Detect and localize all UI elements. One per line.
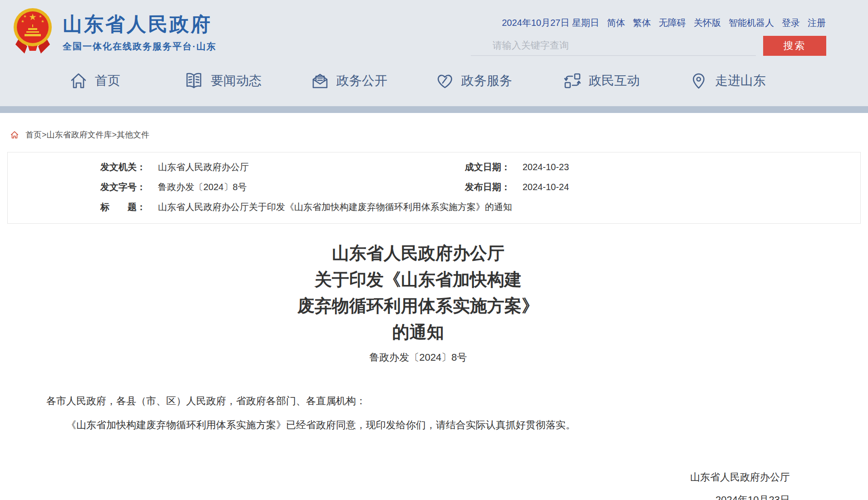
link-login[interactable]: 登录 [782, 17, 800, 29]
interaction-icon [562, 71, 582, 91]
home-icon [69, 71, 89, 91]
breadcrumb: 首页>山东省政府文件库>其他文件 [10, 129, 868, 140]
document-paragraph: 各市人民政府，各县（市、区）人民政府，省政府各部门、各直属机构： [46, 393, 790, 408]
site-title: 山东省人民政府 [63, 14, 217, 35]
nav-item-label: 政民互动 [589, 72, 640, 89]
service-icon [435, 71, 455, 91]
header-divider-strip [0, 106, 868, 113]
document-meta-box: 发文机关：山东省人民政府办公厅 成文日期：2024-10-23 发文字号：鲁政办… [7, 152, 861, 224]
map-pin-icon [689, 71, 709, 91]
link-smart-robot[interactable]: 智能机器人 [729, 17, 774, 29]
search-input[interactable] [471, 35, 756, 55]
search-field-wrap [471, 35, 756, 56]
document-title-line: 山东省人民政府办公厅 [46, 240, 790, 266]
nav-item-label: 走进山东 [715, 72, 766, 89]
national-emblem-logo [11, 5, 54, 56]
publish-date-label: 发布日期： [465, 177, 523, 197]
main-nav: 首页 要闻动态 政务公开 政务服务 [0, 58, 868, 106]
nav-item-service[interactable]: 政务服务 [435, 71, 512, 91]
meta-row-title: 标 题：山东省人民政府办公厅关于印发《山东省加快构建废弃物循环利用体系实施方案》… [100, 197, 860, 217]
home-icon [10, 130, 19, 139]
doc-title-label: 标 题： [100, 197, 158, 217]
issuer-label: 发文机关： [100, 157, 158, 177]
news-icon [183, 71, 204, 91]
nav-item-label: 首页 [95, 72, 120, 89]
nav-item-label: 政务公开 [336, 72, 387, 89]
document-title-line: 关于印发《山东省加快构建 [46, 266, 790, 293]
written-date-value: 2024-10-23 [523, 162, 569, 172]
gov-open-icon [310, 71, 330, 91]
nav-item-home[interactable]: 首页 [69, 71, 120, 91]
current-date: 2024年10月27日 星期日 [502, 17, 599, 29]
issuer-value: 山东省人民政府办公厅 [158, 162, 249, 172]
signature-block: 山东省人民政府办公厅 2024年10月23日 [46, 466, 790, 500]
nav-item-about-shandong[interactable]: 走进山东 [689, 71, 766, 91]
link-traditional[interactable]: 繁体 [633, 17, 651, 29]
publish-date-value: 2024-10-24 [523, 182, 569, 192]
signature-org: 山东省人民政府办公厅 [46, 466, 790, 489]
nav-item-label: 要闻动态 [211, 72, 261, 89]
nav-item-news[interactable]: 要闻动态 [183, 71, 261, 91]
meta-row-issuer: 发文机关：山东省人民政府办公厅 成文日期：2024-10-23 [100, 157, 860, 177]
doc-number-label: 发文字号： [100, 177, 158, 197]
link-care-version[interactable]: 关怀版 [694, 17, 721, 29]
link-simplified[interactable]: 简体 [607, 17, 625, 29]
link-register[interactable]: 注册 [808, 17, 826, 29]
utility-bar: 2024年10月27日 星期日 简体 繁体 无障碍 关怀版 智能机器人 登录 注… [502, 17, 826, 29]
nav-item-gov-open[interactable]: 政务公开 [310, 71, 387, 91]
document-title: 山东省人民政府办公厅 关于印发《山东省加快构建 废弃物循环利用体系实施方案》 的… [46, 240, 790, 345]
written-date-label: 成文日期： [465, 157, 523, 177]
breadcrumb-text[interactable]: 首页>山东省政府文件库>其他文件 [25, 129, 149, 140]
doc-title-value: 山东省人民政府办公厅关于印发《山东省加快构建废弃物循环利用体系实施方案》的通知 [158, 202, 512, 212]
document-paragraph: 《山东省加快构建废弃物循环利用体系实施方案》已经省政府同意，现印发给你们，请结合… [46, 417, 790, 432]
document-number: 鲁政办发〔2024〕8号 [46, 351, 790, 364]
signature-date: 2024年10月23日 [46, 489, 790, 500]
document-title-line: 废弃物循环利用体系实施方案》 [46, 293, 790, 319]
link-accessibility[interactable]: 无障碍 [659, 17, 686, 29]
document-title-line: 的通知 [46, 319, 790, 345]
nav-item-interaction[interactable]: 政民互动 [562, 71, 640, 91]
doc-number-value: 鲁政办发〔2024〕8号 [158, 182, 247, 192]
meta-row-number: 发文字号：鲁政办发〔2024〕8号 发布日期：2024-10-24 [100, 177, 860, 197]
site-subtitle: 全国一体化在线政务服务平台·山东 [63, 40, 217, 53]
search-button[interactable]: 搜索 [763, 36, 826, 56]
document-body: 山东省人民政府办公厅 关于印发《山东省加快构建 废弃物循环利用体系实施方案》 的… [46, 240, 790, 500]
site-header: 山东省人民政府 全国一体化在线政务服务平台·山东 2024年10月27日 星期日… [0, 0, 868, 106]
nav-item-label: 政务服务 [461, 72, 512, 89]
